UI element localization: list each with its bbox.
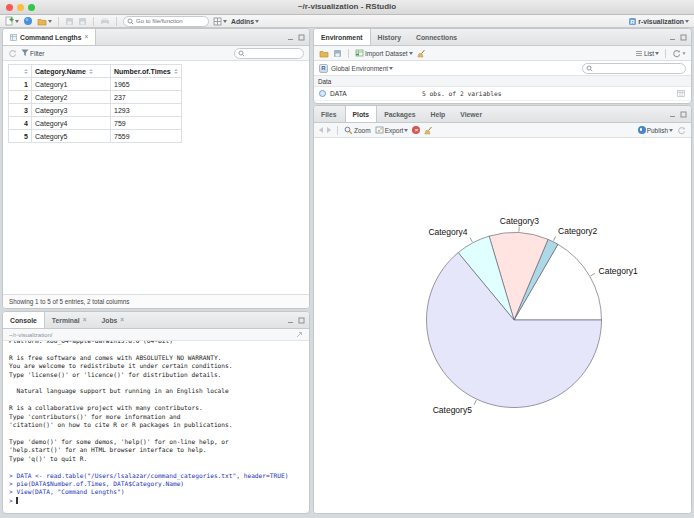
minimize-pane-icon[interactable]: [669, 34, 676, 41]
plots-pane: Files Plots Packages Help Viewer Zoom: [313, 105, 692, 514]
go-to-file-input[interactable]: [136, 18, 205, 24]
project-menu-button[interactable]: R r-visualization: [628, 17, 689, 26]
row-number-header[interactable]: [9, 65, 32, 78]
zoom-magnifier-icon: [344, 126, 353, 135]
addins-button[interactable]: Addins: [231, 18, 259, 25]
environment-scope-button[interactable]: Global Environment: [331, 65, 393, 72]
refresh-icon[interactable]: [8, 49, 17, 58]
next-plot-icon[interactable]: [327, 127, 331, 133]
import-dataset-button[interactable]: Import Dataset: [355, 49, 413, 57]
row-number-cell: 3: [9, 104, 32, 117]
svg-text:R: R: [631, 19, 636, 25]
maximize-pane-icon[interactable]: [298, 34, 305, 41]
row-number-cell: 4: [9, 117, 32, 130]
table-status-bar: Showing 1 to 5 of 5 entries, 2 total col…: [3, 294, 309, 308]
remove-plot-icon[interactable]: ×: [412, 126, 420, 134]
view-table-icon[interactable]: [677, 90, 685, 97]
new-file-button[interactable]: [5, 16, 19, 26]
table-row[interactable]: 4Category4759: [9, 117, 182, 130]
console-tabbar: Console Terminal× Jobs×: [3, 312, 309, 329]
maximize-pane-icon[interactable]: [680, 34, 687, 41]
console-output-area[interactable]: Platform: x86_64-apple-darwin13.6.0 (64-…: [3, 341, 309, 513]
column-header-number-of-times[interactable]: Number.of.Times: [111, 65, 182, 78]
tab-label: Terminal: [52, 317, 80, 324]
export-plot-button[interactable]: Export: [375, 126, 409, 134]
environment-toolbar: Import Dataset List: [314, 46, 691, 61]
console-output-line: [9, 345, 303, 353]
table-cell: 237: [111, 91, 182, 104]
clear-objects-broom-icon[interactable]: [417, 49, 426, 58]
tab-files[interactable]: Files: [314, 106, 345, 122]
object-name: DATA: [330, 90, 347, 97]
working-directory-path: ~/r-visualization/: [9, 332, 296, 338]
open-file-button[interactable]: [37, 17, 52, 26]
tab-environment[interactable]: Environment: [314, 29, 371, 45]
environment-search-box[interactable]: [582, 63, 686, 74]
tab-connections[interactable]: Connections: [409, 29, 465, 45]
tab-command-lengths[interactable]: Command Lengths ×: [3, 29, 96, 45]
tab-help[interactable]: Help: [424, 106, 454, 122]
search-icon: [586, 65, 593, 72]
list-view-button[interactable]: List: [635, 50, 659, 57]
column-header-category-name[interactable]: Category.Name: [32, 65, 111, 78]
tab-packages[interactable]: Packages: [377, 106, 423, 122]
tab-history[interactable]: History: [371, 29, 409, 45]
filter-funnel-icon: [21, 49, 29, 57]
tab-label: Help: [431, 111, 446, 118]
clear-plots-broom-icon[interactable]: [424, 126, 433, 135]
toolbar-separator: [116, 17, 117, 26]
publish-label: Publish: [647, 127, 668, 134]
environment-object-row[interactable]: DATA 5 obs. of 2 variables: [314, 87, 691, 101]
zoom-plot-button[interactable]: Zoom: [344, 126, 371, 135]
table-cell: Category4: [32, 117, 111, 130]
go-to-file-box[interactable]: [123, 16, 209, 27]
filter-button[interactable]: Filter: [21, 49, 44, 57]
import-dataset-label: Import Dataset: [365, 50, 408, 57]
maximize-pane-icon[interactable]: [680, 111, 687, 118]
row-number-cell: 5: [9, 130, 32, 143]
close-tab-icon[interactable]: ×: [85, 34, 89, 41]
zoom-label: Zoom: [354, 127, 371, 134]
table-cell: 1965: [111, 78, 182, 91]
console-prompt-line[interactable]: >: [9, 497, 303, 505]
publish-button[interactable]: Publish: [638, 126, 673, 134]
project-cube-icon: R: [628, 17, 637, 26]
table-row[interactable]: 3Category31293: [9, 104, 182, 117]
previous-plot-icon[interactable]: [319, 127, 323, 133]
console-output-line: 'citation()' on how to cite R or R packa…: [9, 421, 303, 429]
toolbar-separator: [348, 49, 349, 58]
table-search-box[interactable]: [234, 48, 304, 59]
table-search-input[interactable]: [247, 50, 300, 56]
refresh-plot-icon[interactable]: [677, 126, 686, 135]
maximize-pane-icon[interactable]: [298, 317, 305, 324]
table-row[interactable]: 5Category57559: [9, 130, 182, 143]
close-tab-icon[interactable]: ×: [83, 317, 87, 324]
new-project-button[interactable]: [23, 16, 33, 26]
pie-slice-label: Category5: [433, 405, 472, 415]
console-pane: Console Terminal× Jobs× ~/r-visualizatio…: [2, 311, 310, 514]
minimize-pane-icon[interactable]: [287, 317, 294, 324]
tab-viewer[interactable]: Viewer: [453, 106, 490, 122]
rstudio-window: ~/r-visualization - RStudio: [0, 0, 694, 518]
save-workspace-icon[interactable]: [333, 49, 342, 58]
tab-terminal[interactable]: Terminal×: [45, 312, 95, 328]
minimize-pane-icon[interactable]: [287, 34, 294, 41]
workspace-panes-button[interactable]: [213, 17, 227, 26]
save-icon[interactable]: [65, 17, 74, 26]
minimize-pane-icon[interactable]: [669, 111, 676, 118]
refresh-environment-button[interactable]: [672, 49, 686, 58]
tab-jobs[interactable]: Jobs×: [94, 312, 132, 328]
title-bar: ~/r-visualization - RStudio: [0, 0, 694, 15]
print-icon[interactable]: [100, 17, 110, 26]
close-tab-icon[interactable]: ×: [120, 317, 124, 324]
tab-console[interactable]: Console: [3, 312, 45, 328]
table-row[interactable]: 1Category11965: [9, 78, 182, 91]
load-workspace-icon[interactable]: [319, 49, 329, 58]
open-in-new-window-icon[interactable]: [296, 331, 303, 338]
environment-search-input[interactable]: [595, 65, 682, 71]
r-logo-icon: R: [319, 64, 328, 73]
save-all-icon[interactable]: [78, 17, 87, 26]
plots-tabbar: Files Plots Packages Help Viewer: [314, 106, 691, 123]
table-row[interactable]: 2Category2237: [9, 91, 182, 104]
tab-plots[interactable]: Plots: [345, 106, 378, 122]
